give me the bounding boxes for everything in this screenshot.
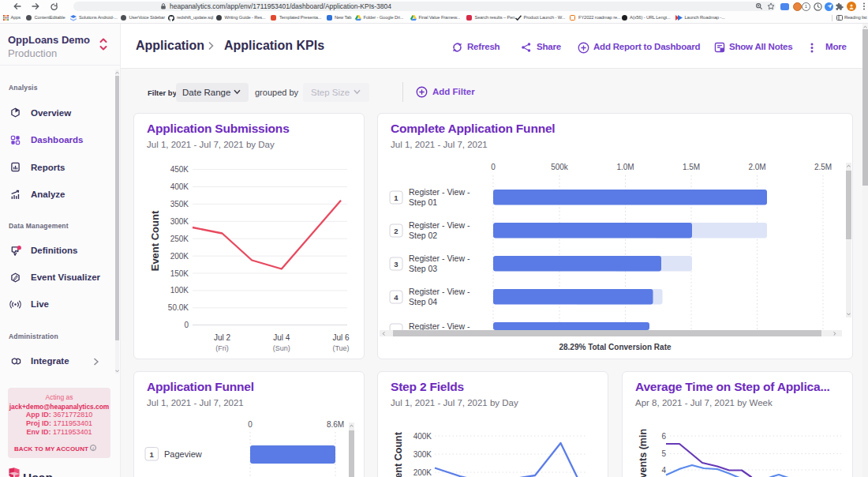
svg-text:Jul 6: Jul 6 (332, 333, 350, 342)
svg-text:Step 02: Step 02 (409, 231, 437, 240)
svg-text:400K: 400K (413, 432, 432, 441)
svg-text:Register - View -: Register - View - (409, 321, 470, 331)
svg-text:4: 4 (661, 466, 666, 475)
svg-text:Step 03: Step 03 (409, 264, 437, 273)
svg-text:300K: 300K (413, 450, 432, 459)
svg-text:3: 3 (394, 259, 398, 268)
svg-text:Time Between Events (min: Time Between Events (min (638, 429, 649, 477)
svg-text:Event Count: Event Count (393, 431, 404, 477)
svg-text:Jul 2: Jul 2 (214, 333, 231, 342)
svg-text:5: 5 (661, 449, 666, 458)
svg-text:Event Count: Event Count (149, 210, 161, 271)
svg-text:2: 2 (394, 226, 398, 235)
svg-text:Jul 4: Jul 4 (273, 333, 290, 342)
svg-text:Pageview: Pageview (164, 449, 202, 459)
svg-text:8.6M: 8.6M (327, 420, 344, 429)
svg-text:350K: 350K (170, 199, 189, 208)
svg-text:1: 1 (394, 193, 398, 201)
svg-text:Register - View -: Register - View - (409, 187, 470, 197)
svg-text:1.5M: 1.5M (683, 163, 700, 171)
svg-text:Register - View -: Register - View - (409, 287, 470, 296)
svg-text:450K: 450K (170, 165, 189, 174)
svg-text:500k: 500k (551, 163, 569, 171)
svg-text:2.5M: 2.5M (814, 163, 832, 171)
svg-text:300K: 300K (170, 216, 189, 225)
svg-text:Register - View -: Register - View - (409, 220, 470, 230)
svg-text:6: 6 (661, 432, 666, 441)
svg-text:200K: 200K (413, 468, 432, 477)
svg-text:50.0K: 50.0K (168, 303, 189, 312)
svg-text:(Fri): (Fri) (215, 344, 229, 352)
svg-text:2.0M: 2.0M (748, 163, 765, 171)
svg-text:100K: 100K (170, 286, 189, 295)
svg-text:250K: 250K (170, 234, 189, 242)
svg-text:400K: 400K (170, 182, 189, 191)
svg-text:0: 0 (248, 420, 253, 429)
svg-text:0: 0 (491, 163, 496, 171)
svg-text:Step 01: Step 01 (409, 197, 437, 207)
svg-text:1: 1 (150, 450, 155, 459)
svg-text:Step 04: Step 04 (409, 297, 437, 306)
svg-text:200K: 200K (170, 251, 189, 260)
svg-text:4: 4 (394, 292, 398, 301)
svg-text:(Sun): (Sun) (273, 344, 290, 352)
svg-text:1.0M: 1.0M (616, 163, 634, 171)
svg-text:(Tue): (Tue) (332, 344, 349, 352)
svg-text:150K: 150K (170, 269, 189, 277)
svg-text:0: 0 (184, 321, 189, 329)
svg-text:Register - View -: Register - View - (409, 254, 470, 263)
